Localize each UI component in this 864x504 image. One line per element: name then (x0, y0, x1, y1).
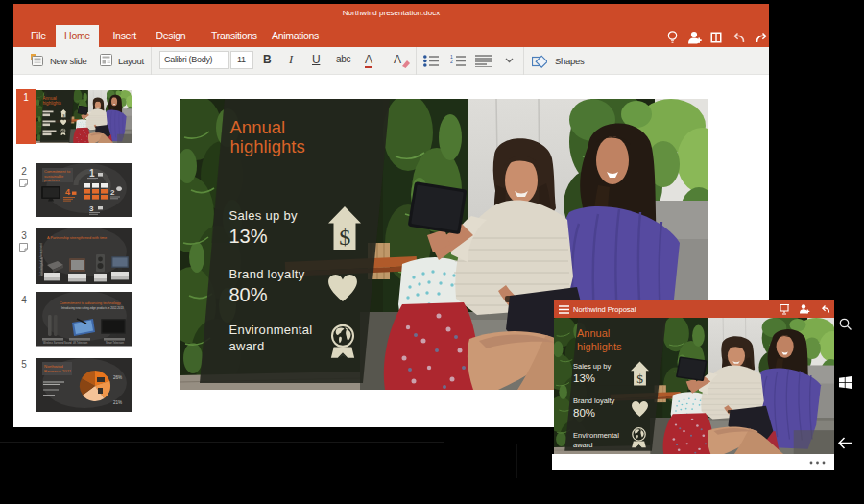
svg-text:1: 1 (89, 168, 95, 179)
svg-text:Wireless Surround Sound: Wireless Surround Sound (43, 341, 72, 345)
svg-text:Smart Television: Smart Television (106, 341, 125, 345)
svg-text:Technological advancement: Technological advancement (39, 243, 43, 276)
svg-text:Revenue 2011: Revenue 2011 (44, 369, 72, 373)
svg-text:2: 2 (450, 59, 453, 64)
svg-text:3: 3 (89, 204, 94, 213)
svg-text:21%: 21% (113, 400, 122, 405)
svg-text:26%: 26% (113, 375, 122, 380)
svg-text:4K Television: 4K Television (73, 341, 88, 345)
svg-text:Annual: Annual (42, 96, 56, 101)
svg-text:highlights: highlights (42, 101, 61, 106)
svg-text:Commitment to advancing techno: Commitment to advancing technology (60, 301, 121, 305)
svg-text:2: 2 (110, 188, 115, 197)
svg-text:Introducing new cutting-edge p: Introducing new cutting-edge products in… (61, 306, 124, 310)
svg-text:A Partnership strengthened wit: A Partnership strengthened with time (47, 236, 107, 240)
svg-text:practices: practices (44, 178, 60, 182)
svg-text:4: 4 (65, 187, 70, 197)
svg-text:Northwind: Northwind (44, 364, 63, 369)
